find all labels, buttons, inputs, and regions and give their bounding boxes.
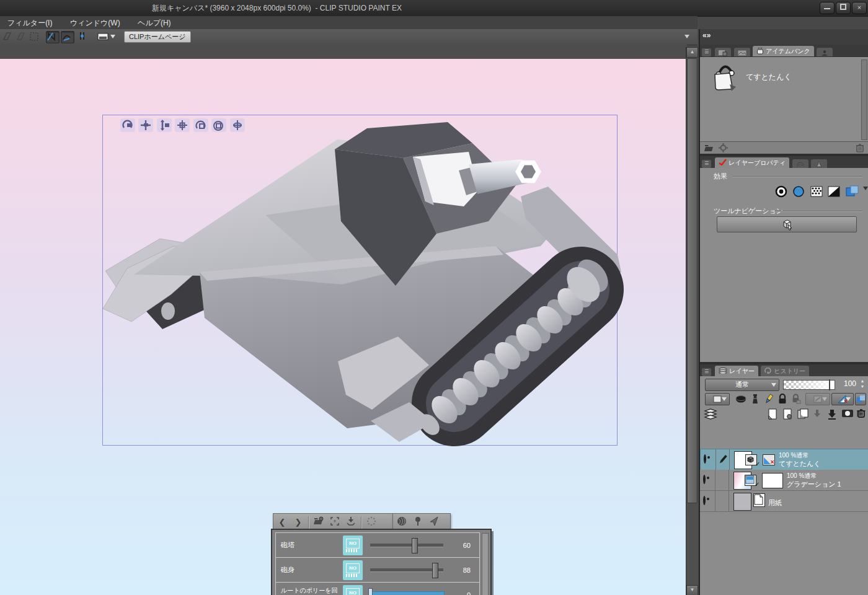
lock-layer-icon[interactable] xyxy=(777,394,790,406)
clip-homepage-button[interactable]: CLIPホームページ xyxy=(124,31,191,43)
object-rotate-3d-icon[interactable] xyxy=(211,118,226,132)
opacity-slider-handle[interactable] xyxy=(829,379,830,390)
merge-down-icon[interactable] xyxy=(826,408,840,421)
launcher-scrollbar[interactable] xyxy=(482,533,489,595)
layer-color-dropdown[interactable] xyxy=(855,393,866,405)
new-raster-layer-icon[interactable] xyxy=(767,408,781,421)
create-mask-icon[interactable] xyxy=(841,408,855,421)
chevron-down-icon[interactable] xyxy=(863,184,868,195)
vscroll-thumb[interactable] xyxy=(687,58,698,503)
layer-name[interactable]: てすとたんく xyxy=(779,459,821,469)
visibility-eye-icon[interactable] xyxy=(703,497,706,504)
tab-layer[interactable]: レイヤー xyxy=(715,366,758,376)
layer-name[interactable]: グラデーション 1 xyxy=(787,480,841,489)
opacity-slider[interactable] xyxy=(783,380,835,390)
no-image-thumbnail[interactable]: NO xyxy=(343,560,363,580)
turret-slider[interactable] xyxy=(370,544,443,547)
visibility-eye-icon[interactable] xyxy=(704,456,706,462)
menu-help[interactable]: ヘルプ(H) xyxy=(130,16,179,30)
layer-thumbnail[interactable] xyxy=(733,493,751,511)
blend-mode-dropdown[interactable]: 通常 xyxy=(705,379,779,391)
snap-ruler-icon[interactable] xyxy=(46,31,60,43)
layer-row-gradation[interactable]: ✓ 100 %通常 グラデーション 1 xyxy=(700,470,868,491)
material-property-tab-icon[interactable] xyxy=(811,159,827,168)
item-label[interactable]: てすとたんく xyxy=(746,72,792,82)
panel-menu-icon[interactable]: ☰ xyxy=(702,368,711,376)
snap-special-ruler-icon[interactable] xyxy=(61,31,74,43)
close-button[interactable]: × xyxy=(852,2,867,14)
layer-row-paper[interactable]: 用紙 xyxy=(700,491,868,512)
import-object-icon[interactable] xyxy=(345,516,357,529)
root-rotate-slider[interactable] xyxy=(370,591,445,595)
scroll-down-button[interactable]: ▼ xyxy=(686,585,698,595)
effect-reduction-icon[interactable] xyxy=(826,185,841,200)
bag-icon xyxy=(756,48,764,55)
no-image-thumbnail[interactable]: NO xyxy=(343,536,363,555)
3d-manipulation-bar xyxy=(120,118,246,133)
barrel-slider[interactable] xyxy=(370,568,443,572)
item-bank-scrollbar[interactable] xyxy=(861,60,867,140)
brush-effect-tab-icon[interactable] xyxy=(792,159,808,168)
effect-icon-row xyxy=(774,184,868,200)
camera-rotate-icon[interactable] xyxy=(120,118,135,132)
information-tab-icon[interactable] xyxy=(817,48,833,56)
focus-object-icon[interactable]: + xyxy=(329,516,341,529)
material-sphere-icon[interactable] xyxy=(396,516,408,529)
effect-layer-color-icon[interactable] xyxy=(844,185,861,200)
effect-border-icon[interactable] xyxy=(774,185,789,200)
paper-badge-icon xyxy=(753,493,765,507)
open-material-icon[interactable] xyxy=(312,516,325,529)
chevron-down-icon[interactable] xyxy=(110,35,115,41)
object-manipulator-icon[interactable] xyxy=(230,118,245,132)
menu-filter[interactable]: フィルター(I) xyxy=(0,16,60,30)
camera-zoom-icon[interactable] xyxy=(157,118,172,132)
panel-menu-icon[interactable]: ☰ xyxy=(702,160,711,168)
opacity-increase-icon[interactable]: ▲ xyxy=(859,378,866,384)
minimize-button[interactable] xyxy=(820,2,835,14)
subview-tab-icon[interactable] xyxy=(715,48,731,56)
ruler-disabled-badge[interactable]: × xyxy=(763,454,775,465)
effect-watercolor-icon[interactable] xyxy=(791,185,806,200)
tab-item-bank[interactable]: アイテムバンク xyxy=(753,46,813,56)
delete-layer-icon[interactable] xyxy=(856,408,868,420)
maximize-button[interactable] xyxy=(836,2,851,14)
layer-row-tesutotanku[interactable]: ✓ × 100 %通常 てすとたんく xyxy=(700,449,868,470)
collapse-arrows-icon[interactable]: «» xyxy=(702,31,711,40)
object-pan-icon[interactable] xyxy=(175,118,190,132)
slider-row-turret: 砲塔 NO 60 xyxy=(275,532,480,558)
effect-tone-icon[interactable] xyxy=(809,185,824,200)
navigator-tab-icon[interactable] xyxy=(734,48,750,56)
prev-button[interactable]: ❮ xyxy=(276,516,288,529)
item-thumbnail[interactable] xyxy=(711,64,738,94)
clipping-icon[interactable] xyxy=(735,394,748,406)
tool-navigation-button[interactable] xyxy=(717,216,857,232)
send-icon[interactable] xyxy=(428,516,440,529)
ruler-range-dropdown[interactable]: ✕ xyxy=(831,393,854,405)
toolbar-overflow-icon[interactable] xyxy=(684,35,689,41)
reference-layer-icon[interactable] xyxy=(750,394,763,406)
object-rotate-y-icon[interactable] xyxy=(193,118,208,132)
layer-name[interactable]: 用紙 xyxy=(768,498,782,508)
snap-grid-icon[interactable] xyxy=(77,31,89,42)
no-image-thumbnail[interactable]: NO xyxy=(343,585,363,595)
tab-layer-property[interactable]: レイヤープロパティ xyxy=(715,157,789,168)
item-bank-body: てすとたんく xyxy=(700,56,868,143)
layer-mask-thumbnail[interactable] xyxy=(762,473,783,488)
opacity-decrease-icon[interactable]: ▼ xyxy=(859,384,866,389)
lock-transparent-icon[interactable] xyxy=(790,394,804,406)
camera-pan-icon[interactable] xyxy=(138,118,153,132)
panel-menu-icon[interactable]: ☰ xyxy=(702,48,711,56)
new-folder-icon[interactable] xyxy=(797,408,810,421)
visibility-eye-icon[interactable] xyxy=(703,476,706,483)
canvas-area[interactable]: ❮ ❯ + 砲塔 NO 60 砲身 xyxy=(0,59,687,595)
pin-icon[interactable] xyxy=(412,516,424,529)
draft-layer-icon[interactable] xyxy=(763,394,777,406)
canvas-frame-icon[interactable] xyxy=(97,31,109,42)
tab-history[interactable]: ヒストリー xyxy=(761,366,809,376)
menu-window[interactable]: ウィンドウ(W) xyxy=(63,16,128,30)
next-button[interactable]: ❯ xyxy=(292,516,304,529)
new-layer-dialog-icon[interactable] xyxy=(782,408,795,421)
opacity-value[interactable]: 100 xyxy=(838,379,856,388)
template-dropdown[interactable] xyxy=(705,393,730,405)
scroll-up-button[interactable]: ▲ xyxy=(686,47,698,58)
